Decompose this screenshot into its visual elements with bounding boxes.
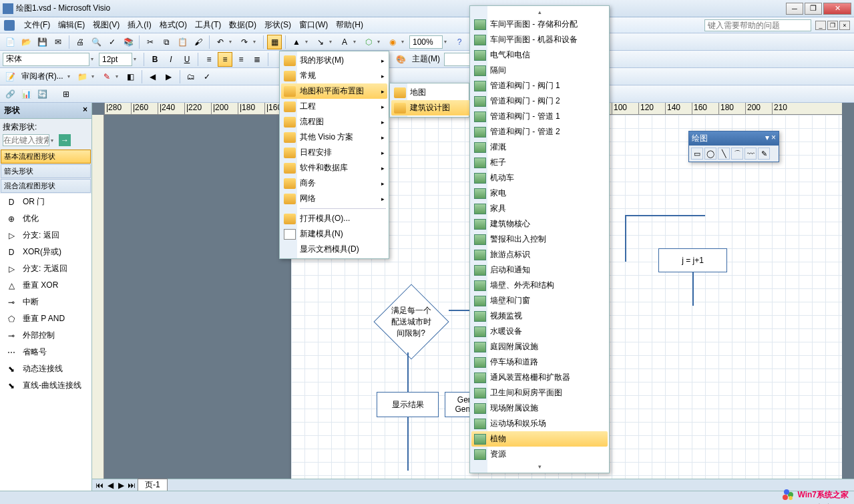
prev-page-icon[interactable]: ◀: [105, 481, 115, 490]
help-search-input[interactable]: [704, 19, 811, 31]
ellipse-tool-icon[interactable]: ◯: [704, 148, 716, 160]
menu-item[interactable]: 我的形状(M)▸: [281, 53, 387, 68]
menu-item[interactable]: 地图▸: [391, 85, 478, 100]
doc-minimize-button[interactable]: _: [815, 21, 826, 30]
first-page-icon[interactable]: ⏮: [95, 481, 104, 490]
spelling-icon[interactable]: ✓: [105, 35, 120, 49]
menu-item[interactable]: 地图和平面布置图▸: [281, 83, 387, 99]
page-tab-1[interactable]: 页-1: [138, 479, 168, 491]
folder-review-icon[interactable]: 📁: [75, 69, 90, 84]
process-node-result[interactable]: 显示结果: [377, 392, 439, 417]
italic-icon[interactable]: I: [164, 52, 178, 67]
menu-item[interactable]: 常规▸: [281, 68, 387, 83]
stencil-menu-item[interactable]: 柜子: [471, 155, 608, 170]
maximize-button[interactable]: ❐: [805, 3, 822, 15]
stencil-menu-item[interactable]: 现场附属设施: [471, 401, 608, 416]
arc-tool-icon[interactable]: ⌒: [731, 148, 743, 160]
text-tool-icon[interactable]: A: [337, 35, 352, 49]
menu-形状[interactable]: 形状(S): [260, 18, 295, 32]
menu-item[interactable]: 商务▸: [281, 176, 387, 191]
shape-tool-icon[interactable]: ⬡: [361, 35, 376, 49]
search-go-button[interactable]: →: [59, 134, 71, 146]
shape-stencil-item[interactable]: ⋯省略号: [0, 344, 91, 360]
format-painter-icon[interactable]: 🖌: [191, 35, 206, 49]
zoom-select[interactable]: 100%: [409, 35, 443, 49]
menu-数据[interactable]: 数据(D): [225, 18, 260, 32]
reviewer-label[interactable]: 审阅者(R)...: [19, 71, 66, 82]
menu-item[interactable]: 其他 Visio 方案▸: [281, 130, 387, 145]
paste-icon[interactable]: 📋: [175, 35, 190, 49]
menu-格式[interactable]: 格式(O): [156, 18, 191, 32]
menu-item[interactable]: 工程▸: [281, 99, 387, 114]
shape-category[interactable]: 混合流程图形状: [1, 179, 91, 193]
eraser-icon[interactable]: ◧: [124, 69, 138, 84]
stencil-menu-item[interactable]: 启动和通知: [471, 262, 608, 278]
save-icon[interactable]: 💾: [35, 35, 49, 49]
stencil-menu-item[interactable]: 旅游点标识: [471, 247, 608, 262]
shape-stencil-item[interactable]: △垂直 XOR: [0, 277, 91, 294]
stencil-menu-item[interactable]: 车间平面图 - 机器和设备: [471, 32, 608, 47]
scroll-up-icon[interactable]: ▴: [471, 7, 608, 17]
theme-icon[interactable]: 🎨: [393, 52, 408, 67]
stencil-menu-item[interactable]: 车间平面图 - 存储和分配: [471, 17, 608, 32]
shape-stencil-item[interactable]: ⬊直线-曲线连接线: [0, 377, 91, 394]
link-data-icon[interactable]: 🔗: [3, 87, 17, 101]
new-icon[interactable]: 📄: [3, 35, 17, 49]
panel-close-icon[interactable]: ×: [83, 105, 87, 116]
menu-item[interactable]: 显示文档模具(D): [281, 242, 387, 257]
stencil-menu-item[interactable]: 电气和电信: [471, 47, 608, 63]
data-graphic-icon[interactable]: 📊: [19, 87, 33, 101]
stencil-menu-item[interactable]: 建筑物核心: [471, 216, 608, 232]
shape-stencil-item[interactable]: ▷分支: 返回: [0, 227, 91, 244]
stencil-menu-item[interactable]: 停车场和道路: [471, 354, 608, 370]
menu-工具[interactable]: 工具(T): [191, 18, 225, 32]
toolbar-options-icon[interactable]: ▾: [765, 133, 769, 142]
menu-item[interactable]: 新建模具(N): [281, 226, 387, 242]
align-justify-icon[interactable]: ≣: [250, 52, 264, 67]
copy-icon[interactable]: ⧉: [159, 35, 174, 49]
drawing-toolbar[interactable]: 绘图 ▾ × ▭ ◯ ╲ ⌒ 〰 ✎: [688, 131, 779, 162]
rectangle-tool-icon[interactable]: ▭: [691, 148, 703, 160]
next-comment-icon[interactable]: ▶: [162, 69, 176, 84]
search-shapes-input[interactable]: [3, 134, 49, 146]
stencil-menu-item[interactable]: 隔间: [471, 63, 608, 78]
stencil-menu-item[interactable]: 视频监视: [471, 308, 608, 324]
freeform-tool-icon[interactable]: 〰: [744, 148, 757, 160]
process-node-increment[interactable]: j = j+1: [658, 248, 727, 272]
stencil-menu-item[interactable]: 警报和出入控制: [471, 232, 608, 247]
menu-文件[interactable]: 文件(F): [20, 18, 54, 32]
redo-icon[interactable]: ↷: [237, 35, 252, 49]
connector-tool-icon[interactable]: ↘: [313, 35, 328, 49]
print-icon[interactable]: 🖨: [73, 35, 87, 49]
shapes-window-icon[interactable]: ▦: [267, 35, 282, 49]
research-icon[interactable]: 📚: [121, 35, 136, 49]
stencil-menu-item[interactable]: 家电: [471, 186, 608, 201]
menu-item[interactable]: 建筑设计图▸: [391, 100, 478, 115]
bold-icon[interactable]: B: [148, 52, 162, 67]
stencil-menu-item[interactable]: 机动车: [471, 170, 608, 186]
stencil-menu-item[interactable]: 植物: [471, 431, 608, 447]
stencil-menu-item[interactable]: 水暖设备: [471, 324, 608, 339]
scroll-down-icon[interactable]: ▾: [471, 462, 608, 471]
stencil-menu-item[interactable]: 管道和阀门 - 阀门 2: [471, 93, 608, 109]
align-left-icon[interactable]: ≡: [202, 52, 216, 67]
shape-stencil-item[interactable]: DOR 门: [0, 194, 91, 210]
next-page-icon[interactable]: ▶: [116, 481, 126, 490]
review-icon[interactable]: 📝: [3, 69, 17, 84]
stencil-menu-item[interactable]: 资源: [471, 447, 608, 462]
shape-stencil-item[interactable]: DXOR(异或): [0, 244, 91, 260]
insert-icon[interactable]: ⊞: [59, 87, 73, 101]
accept-icon[interactable]: ✓: [200, 69, 214, 84]
stencil-menu-item[interactable]: 管道和阀门 - 阀门 1: [471, 78, 608, 93]
toolbar-close-icon[interactable]: ×: [771, 133, 776, 142]
close-button[interactable]: ✕: [823, 3, 851, 15]
help-icon[interactable]: ?: [452, 35, 467, 49]
fill-tool-icon[interactable]: ◉: [385, 35, 400, 49]
stencil-menu-item[interactable]: 庭园附属设施: [471, 339, 608, 354]
menu-编辑[interactable]: 编辑(E): [54, 18, 89, 32]
menu-item[interactable]: 网络▸: [281, 191, 387, 206]
stencil-menu-item[interactable]: 墙壁、外壳和结构: [471, 278, 608, 293]
open-icon[interactable]: 📂: [19, 35, 33, 49]
undo-icon[interactable]: ↶: [213, 35, 228, 49]
font-size-select[interactable]: 12pt: [99, 53, 132, 66]
